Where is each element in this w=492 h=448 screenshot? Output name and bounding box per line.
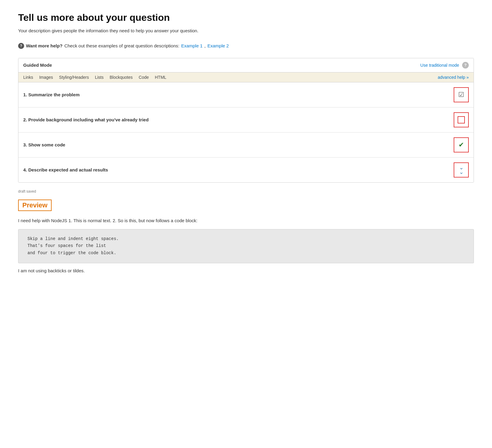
checklist-icon-4[interactable]: ⌄ ⌄ (454, 162, 469, 178)
checklist-label-3: 3. Show some code (23, 142, 65, 147)
checklist-label-2: 2. Provide background including what you… (23, 117, 149, 122)
preview-section: Preview I need help with NodeJS 1. This … (18, 200, 474, 273)
toolbar-row: Links Images Styling/Headers Lists Block… (18, 72, 474, 82)
preview-label-box: Preview (18, 200, 52, 211)
toolbar-html[interactable]: HTML (155, 75, 166, 80)
checklist-row-2: 2. Provide background including what you… (18, 107, 474, 133)
empty-box-icon-2 (458, 116, 465, 123)
toolbar-links[interactable]: Links (23, 75, 33, 80)
code-block: Skip a line and indent eight spaces. Tha… (18, 229, 474, 263)
help-row: ? Want more help? Check out these exampl… (18, 43, 474, 49)
guided-mode-header-right: Use traditional mode ? (420, 62, 469, 69)
want-more-help-label: Want more help? (26, 43, 62, 48)
toolbar-styling-headers[interactable]: Styling/Headers (59, 75, 89, 80)
checklist-row-1: 1. Summarize the problem ☑ (18, 82, 474, 107)
blue-chevron-icon-4: ⌄ ⌄ (459, 165, 464, 174)
draft-saved: draft saved (18, 187, 474, 197)
use-traditional-link[interactable]: Use traditional mode (420, 63, 459, 68)
checklist-icon-3[interactable]: ✔ (454, 137, 469, 152)
code-line-1: Skip a line and indent eight spaces. (27, 235, 465, 243)
example1-link[interactable]: Example 1 (181, 43, 203, 48)
guided-mode-header: Guided Mode Use traditional mode ? (18, 58, 474, 72)
page-title: Tell us more about your question (18, 12, 474, 23)
page-description: Your description gives people the inform… (18, 27, 223, 34)
help-icon: ? (18, 43, 24, 49)
toolbar-blockquotes[interactable]: Blockquotes (110, 75, 133, 80)
help-row-text: Check out these examples of great questi… (64, 43, 179, 48)
checklist-icon-2[interactable] (454, 112, 469, 127)
checklist-icon-1[interactable]: ☑ (454, 87, 469, 102)
preview-label: Preview (22, 201, 47, 209)
checklist-row-4: 4. Describe expected and actual results … (18, 158, 474, 182)
green-check-icon-3: ✔ (458, 141, 464, 149)
checklist-label-4: 4. Describe expected and actual results (23, 167, 108, 172)
code-line-2: That's four spaces for the list (27, 242, 465, 250)
check-box-icon-1: ☑ (458, 91, 464, 99)
code-line-3: and four to trigger the code block. (27, 250, 465, 257)
checklist-items: 1. Summarize the problem ☑ 2. Provide ba… (18, 82, 474, 182)
preview-body-text: I need help with NodeJS 1. This is norma… (18, 217, 474, 224)
guided-mode-help-icon[interactable]: ? (462, 62, 469, 69)
preview-footer-text: I am not using backticks or tildes. (18, 268, 474, 273)
advanced-help-link[interactable]: advanced help » (438, 75, 469, 80)
toolbar-images[interactable]: Images (39, 75, 53, 80)
checklist-row-3: 3. Show some code ✔ (18, 133, 474, 158)
example2-link[interactable]: Example 2 (207, 43, 229, 48)
checklist-label-1: 1. Summarize the problem (23, 92, 80, 97)
guided-mode-title: Guided Mode (23, 62, 52, 68)
toolbar-code[interactable]: Code (139, 75, 149, 80)
toolbar-lists[interactable]: Lists (95, 75, 104, 80)
guided-mode-box: Guided Mode Use traditional mode ? Links… (18, 58, 474, 183)
